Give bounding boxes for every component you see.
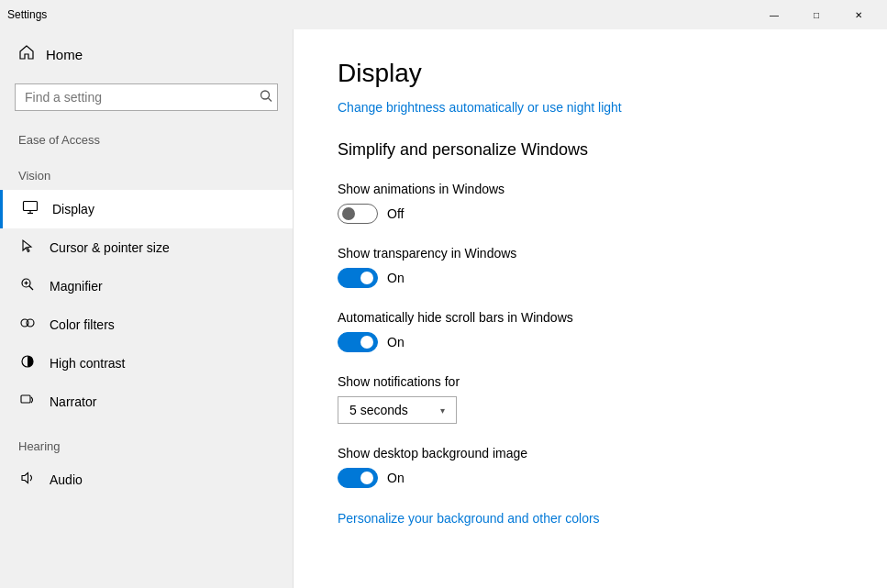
- close-button[interactable]: ✕: [837, 0, 880, 29]
- animations-toggle-thumb: [342, 207, 355, 220]
- content-area: Display Change brightness automatically …: [294, 29, 887, 588]
- section-title: Simplify and personalize Windows: [338, 140, 843, 160]
- svg-line-6: [29, 286, 34, 291]
- transparency-toggle-thumb: [360, 272, 373, 284]
- titlebar-title: Settings: [7, 8, 753, 21]
- scrollbars-toggle-row: On: [338, 332, 843, 352]
- desktop-bg-toggle[interactable]: [338, 468, 378, 488]
- personalize-link[interactable]: Personalize your background and other co…: [338, 511, 600, 526]
- animations-state-label: Off: [387, 206, 404, 221]
- home-icon: [18, 44, 35, 65]
- search-input[interactable]: [15, 83, 278, 111]
- sidebar: Home Ease of Access Vision: [0, 29, 294, 588]
- scrollbars-label: Automatically hide scroll bars in Window…: [338, 310, 843, 325]
- sidebar-item-home[interactable]: Home: [0, 33, 293, 76]
- animations-toggle-row: Off: [338, 204, 843, 224]
- home-label: Home: [46, 47, 83, 62]
- sidebar-item-high-contrast[interactable]: High contrast: [0, 344, 293, 383]
- high-contrast-icon: [18, 353, 37, 373]
- sidebar-audio-label: Audio: [50, 472, 83, 487]
- audio-icon: [18, 470, 37, 490]
- sidebar-item-audio[interactable]: Audio: [0, 460, 293, 499]
- sidebar-item-display[interactable]: Display: [0, 190, 293, 228]
- svg-point-0: [261, 91, 270, 99]
- desktop-bg-toggle-thumb: [360, 472, 373, 484]
- svg-point-10: [27, 319, 34, 327]
- page-title: Display: [338, 59, 843, 88]
- setting-desktop-bg: Show desktop background image On: [338, 446, 843, 488]
- scrollbars-state-label: On: [387, 335, 405, 349]
- notifications-dropdown[interactable]: 5 seconds ▾: [338, 396, 457, 424]
- app-container: Home Ease of Access Vision: [0, 29, 887, 588]
- notifications-dropdown-value: 5 seconds: [349, 403, 408, 417]
- hearing-section-label: Hearing: [0, 421, 293, 460]
- desktop-bg-state-label: On: [387, 471, 405, 485]
- sidebar-magnifier-label: Magnifier: [50, 279, 103, 294]
- window-controls: — □ ✕: [753, 0, 880, 29]
- cursor-icon: [18, 238, 37, 258]
- maximize-button[interactable]: □: [795, 0, 837, 29]
- display-icon: [21, 199, 39, 219]
- vision-section-label: Vision: [0, 154, 293, 190]
- scrollbars-toggle[interactable]: [338, 332, 378, 352]
- desktop-bg-label: Show desktop background image: [338, 446, 843, 460]
- sidebar-item-narrator[interactable]: Narrator: [0, 383, 293, 421]
- chevron-down-icon: ▾: [440, 405, 445, 416]
- setting-notifications: Show notifications for 5 seconds ▾: [338, 374, 843, 424]
- sidebar-high-contrast-label: High contrast: [50, 356, 125, 371]
- notifications-label: Show notifications for: [338, 374, 843, 389]
- svg-rect-2: [24, 202, 38, 211]
- color-filters-icon: [18, 315, 37, 335]
- sidebar-narrator-label: Narrator: [50, 394, 96, 409]
- transparency-label: Show transparency in Windows: [338, 246, 843, 261]
- search-icon-button[interactable]: [260, 90, 272, 105]
- sidebar-item-cursor[interactable]: Cursor & pointer size: [0, 228, 293, 267]
- scrollbars-toggle-thumb: [360, 336, 373, 349]
- animations-label: Show animations in Windows: [338, 182, 843, 196]
- desktop-bg-toggle-row: On: [338, 468, 843, 488]
- svg-line-1: [269, 98, 272, 102]
- sidebar-item-magnifier[interactable]: Magnifier: [0, 267, 293, 305]
- transparency-toggle-row: On: [338, 268, 843, 288]
- sidebar-display-label: Display: [52, 202, 94, 216]
- svg-rect-12: [21, 395, 30, 403]
- minimize-button[interactable]: —: [753, 0, 795, 29]
- narrator-icon: [18, 392, 37, 412]
- transparency-toggle[interactable]: [338, 268, 378, 288]
- search-container: [0, 76, 293, 118]
- sidebar-color-filters-label: Color filters: [50, 317, 115, 332]
- sidebar-cursor-label: Cursor & pointer size: [50, 240, 170, 255]
- titlebar: Settings — □ ✕: [0, 0, 887, 29]
- brightness-link[interactable]: Change brightness automatically or use n…: [338, 100, 622, 115]
- transparency-state-label: On: [387, 271, 405, 285]
- setting-transparency: Show transparency in Windows On: [338, 246, 843, 288]
- ease-of-access-label: Ease of Access: [0, 118, 293, 154]
- sidebar-item-color-filters[interactable]: Color filters: [0, 305, 293, 344]
- setting-animations: Show animations in Windows Off: [338, 182, 843, 224]
- animations-toggle[interactable]: [338, 204, 378, 224]
- setting-scrollbars: Automatically hide scroll bars in Window…: [338, 310, 843, 352]
- magnifier-icon: [18, 276, 37, 296]
